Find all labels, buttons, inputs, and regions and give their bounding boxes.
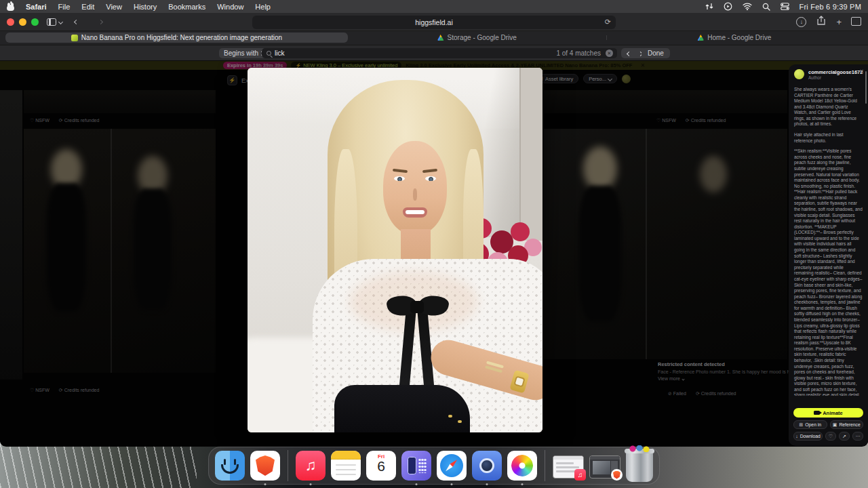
downloads-button[interactable]: ↓ <box>796 17 806 27</box>
camera-app-dock-icon[interactable] <box>472 451 502 481</box>
bow-knot <box>410 301 424 313</box>
share-button[interactable] <box>817 16 825 28</box>
running-indicator <box>310 483 312 485</box>
photos-dock-icon[interactable] <box>507 451 537 481</box>
finder-dock-icon[interactable] <box>215 451 245 481</box>
menu-bookmarks[interactable]: Bookmarks <box>168 3 205 11</box>
menu-window[interactable]: Window <box>217 3 243 11</box>
running-indicator <box>264 483 267 485</box>
minimize-window-button[interactable] <box>19 18 26 26</box>
more-button[interactable]: ⋯ <box>852 432 863 441</box>
find-match-count: 1 of 4 matches <box>556 49 601 57</box>
music-dock-icon[interactable]: ♫ <box>296 451 326 481</box>
generated-image-modal[interactable] <box>248 68 542 432</box>
panel-header: commercialgoose1672 Author ✕ <box>789 64 868 83</box>
author-role: Author <box>808 75 863 80</box>
eyebrow <box>422 169 437 174</box>
reload-icon[interactable]: ⟳ <box>605 18 611 26</box>
heart-icon: ♡ <box>829 434 833 439</box>
download-button[interactable]: ↓Download <box>793 432 823 441</box>
notes-dock-icon[interactable] <box>331 451 361 481</box>
gold-ring <box>448 415 452 418</box>
find-search-input[interactable]: lick 1 of 4 matches ✕ <box>262 48 617 58</box>
minimized-brave-window[interactable] <box>589 455 620 479</box>
minimized-music-window[interactable]: ♫ <box>553 455 584 479</box>
music-badge-icon: ♫ <box>574 469 586 481</box>
tab-title: Storage - Google Drive <box>448 34 517 41</box>
share-button[interactable]: ↗ <box>839 432 850 441</box>
prompt-paragraph: She always wears a women's CARTIER Panth… <box>794 87 863 127</box>
menu-help[interactable]: Help <box>255 3 271 11</box>
reference-icon: ▣ <box>833 422 837 428</box>
brave-dock-icon[interactable] <box>250 451 280 481</box>
download-icon: ↓ <box>795 434 798 439</box>
clear-search-icon[interactable]: ✕ <box>606 49 613 57</box>
now-playing-icon[interactable] <box>724 2 733 11</box>
tab-storage-drive[interactable]: Storage - Google Drive <box>349 33 606 43</box>
panel-scrollbar[interactable] <box>865 71 867 104</box>
chevron-left-icon <box>74 19 79 24</box>
velvet-skirt <box>334 385 470 432</box>
prompt-paragraph: **Skin realism:**Visible pores across ch… <box>794 148 863 396</box>
control-center-icon[interactable] <box>781 2 790 11</box>
eyebrow <box>393 169 408 174</box>
zoom-window-button[interactable] <box>31 18 39 26</box>
menu-bar: Safari File Edit View History Bookmarks … <box>0 0 868 13</box>
running-indicator <box>451 483 453 485</box>
ellipsis-icon: ⋯ <box>856 434 861 439</box>
done-label: Done <box>648 49 664 57</box>
page-content: Expires in 19h 39m 39s ⚡NEW Kling 3.0 – … <box>0 61 868 446</box>
chevron-right-icon <box>98 19 103 24</box>
tab-title: Nano Banana Pro on Higgsfield: Next gene… <box>81 34 282 41</box>
share-arrow-icon: ↗ <box>842 434 846 439</box>
animate-label: Animate <box>823 410 843 416</box>
menu-file[interactable]: File <box>58 3 71 11</box>
safari-dock-icon[interactable] <box>437 451 467 481</box>
download-label: Download <box>800 434 821 439</box>
smile <box>406 210 425 214</box>
close-window-button[interactable] <box>7 18 14 26</box>
dock: ♫ Fri 6 <box>208 447 660 485</box>
sidebar-toggle-button[interactable] <box>47 15 62 28</box>
panel-close-icon[interactable]: ✕ <box>859 68 864 75</box>
iphone-mirroring-dock-icon[interactable] <box>401 451 431 481</box>
menu-app-name[interactable]: Safari <box>26 3 47 11</box>
dock-separator <box>288 450 288 481</box>
menu-edit[interactable]: Edit <box>81 3 94 11</box>
shortcuts-icon[interactable] <box>705 2 714 11</box>
find-mode-label: Begins with <box>224 49 258 57</box>
open-in-button[interactable]: ⊞Open in <box>793 420 827 429</box>
spotlight-search-icon[interactable] <box>762 2 771 11</box>
window-controls <box>7 18 39 26</box>
like-button[interactable]: ♡ <box>825 432 836 441</box>
panel-actions: Animate ⊞Open in ▣Reference ↓Download ♡ … <box>793 408 863 441</box>
brave-badge-icon <box>611 469 623 481</box>
author-username[interactable]: commercialgoose1672 <box>808 69 863 75</box>
menu-view[interactable]: View <box>106 3 122 11</box>
eye <box>425 176 436 181</box>
author-avatar[interactable] <box>794 69 804 79</box>
find-done-button[interactable]: Done <box>642 48 670 58</box>
open-in-icon: ⊞ <box>799 422 803 428</box>
tab-nano-banana[interactable]: Nano Banana Pro on Higgsfield: Next gene… <box>5 33 348 43</box>
animate-button[interactable]: Animate <box>793 408 863 418</box>
find-bar: Begins with lick 1 of 4 matches ✕ Done <box>0 45 868 61</box>
new-tab-button[interactable]: + <box>836 17 842 27</box>
tab-title: Home - Google Drive <box>707 34 771 41</box>
reference-button[interactable]: ▣Reference <box>830 420 864 429</box>
figure-face <box>383 141 447 235</box>
trash-dock-icon[interactable] <box>626 451 653 482</box>
menu-history[interactable]: History <box>134 3 157 11</box>
tab-overview-button[interactable] <box>852 18 861 26</box>
menu-bar-clock[interactable]: Fri Feb 6 9:39 PM <box>800 3 861 11</box>
higgsfield-favicon <box>71 35 78 41</box>
tab-home-drive[interactable]: Home - Google Drive <box>606 33 863 43</box>
prompt-text[interactable]: She always wears a women's CARTIER Panth… <box>789 83 868 396</box>
apple-menu-icon[interactable] <box>7 2 14 11</box>
previous-match-button[interactable] <box>627 49 631 57</box>
address-bar[interactable]: higgsfield.ai ⟳ <box>252 16 616 29</box>
forward-button[interactable] <box>94 15 107 28</box>
back-button[interactable] <box>69 15 83 28</box>
calendar-dock-icon[interactable]: Fri 6 <box>366 451 396 481</box>
wifi-icon[interactable] <box>743 2 752 11</box>
